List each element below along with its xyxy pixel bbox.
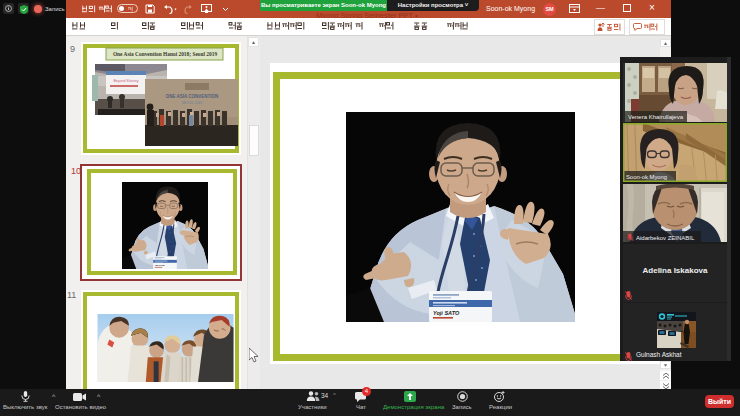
svg-text:Yoji SATO: Yoji SATO [433,310,460,316]
svg-text:Aidarbekov ZEINABIL: Aidarbekov ZEINABIL [636,235,695,241]
svg-text:Soon-ok Myong: Soon-ok Myong [626,174,667,180]
svg-text:Beyond Sharing: Beyond Sharing [114,79,139,83]
svg-text:Venera Khairullajeva: Venera Khairullajeva [628,114,684,120]
svg-text:ONE ASIA CONVENTION: ONE ASIA CONVENTION [166,94,219,99]
svg-text:SEOUL 2019: SEOUL 2019 [182,101,203,105]
svg-text:One Asia Convention Hanoi 2018: One Asia Convention Hanoi 2018; Seoul 20… [113,51,218,57]
